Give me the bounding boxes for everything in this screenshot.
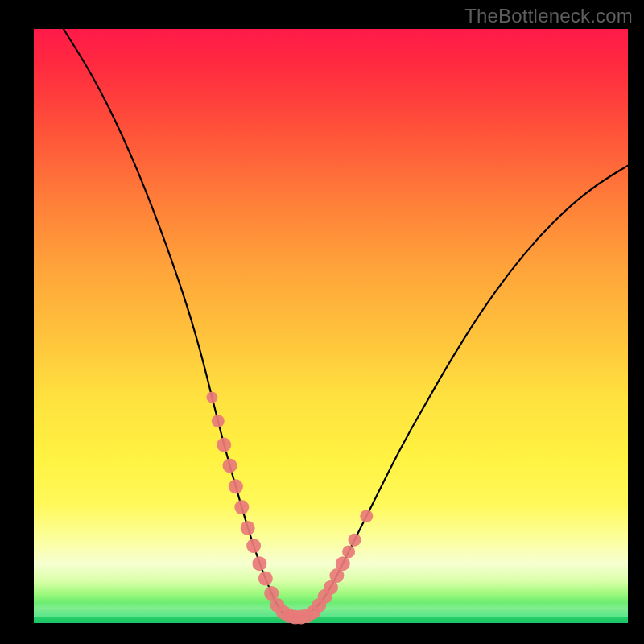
marker-dot (241, 521, 255, 535)
marker-dot (349, 534, 361, 547)
outer-frame: TheBottleneck.com (0, 0, 644, 644)
marker-dot (229, 479, 243, 493)
marker-dot (252, 556, 266, 571)
plot-area (34, 29, 628, 623)
marker-dot (217, 438, 231, 452)
bottleneck-curve (64, 29, 628, 617)
watermark-text: TheBottleneck.com (464, 5, 633, 27)
marker-dot (246, 539, 261, 553)
marker-dot (336, 556, 350, 571)
marker-dot (342, 545, 355, 558)
marker-dot (212, 415, 225, 427)
marker-dot (234, 500, 249, 514)
chart-svg (34, 29, 628, 623)
marker-dot (258, 572, 273, 586)
marker-dot (360, 510, 373, 522)
curve-markers (206, 392, 373, 625)
marker-dot (223, 458, 237, 473)
marker-dot (206, 392, 217, 403)
